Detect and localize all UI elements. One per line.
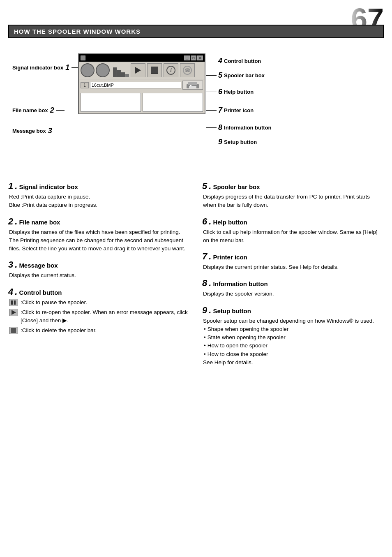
spooler-toolbar-row: i ☎ (79, 62, 205, 79)
arrow-line-5 (206, 75, 217, 76)
item-3-body: Displays the current status. (9, 271, 190, 280)
item-5-body: Displays progress of the data transfer f… (203, 193, 384, 210)
item-4-title: Control button (19, 289, 62, 296)
titlebar-buttons: _ □ ✕ (184, 55, 203, 60)
bullet-2: State when opening the spooler (204, 333, 384, 342)
bullet-4: How to close the spooler (204, 350, 384, 358)
item-2-header: 2. File name box (8, 216, 190, 227)
message-box-left (81, 93, 141, 112)
item-9-bullets: Shape when opening the spooler State whe… (204, 325, 384, 358)
item-3-header: 3. Message box (8, 259, 190, 270)
minimize-btn[interactable]: _ (184, 55, 190, 60)
item-7-num: 7 (202, 252, 207, 261)
label-spooler-bar: 5 Spooler bar box (206, 71, 265, 80)
square-shape (11, 328, 16, 333)
item-7-body: Displays the current printer status. See… (203, 263, 384, 271)
label-message-num: 3 (48, 127, 52, 135)
item-1-title: Signal indicator box (19, 183, 78, 190)
label-filename-num: 2 (50, 106, 54, 115)
spooler-titlebar: _ □ ✕ (79, 54, 205, 62)
titlebar-left (81, 55, 85, 60)
signal-circle-2 (96, 63, 110, 77)
item-5-title: Spooler bar box (213, 183, 260, 190)
item-6-body: Click to call up help information for th… (203, 228, 384, 245)
item-5-block: 5. Spooler bar box Displays progress of … (202, 181, 384, 210)
label-message-text: Message box (12, 128, 46, 134)
label-printer-icon: 7 Printer icon (206, 106, 254, 115)
label-signal-indicator: Signal indicator box 1 (12, 63, 82, 72)
arrow-line-7 (206, 110, 217, 111)
label-6-text: Help button (224, 89, 254, 95)
title-icon (81, 55, 85, 60)
item-5-num: 5 (202, 182, 207, 191)
filename-display: 16cut.BMP (90, 82, 181, 88)
item-2-title: File name box (19, 219, 60, 226)
item-6-title: Help button (213, 219, 247, 226)
right-column: 5. Spooler bar box Displays progress of … (202, 181, 384, 373)
close-btn[interactable]: ✕ (197, 55, 203, 60)
item-8-title: Information button (213, 280, 267, 287)
play-icon (135, 67, 141, 74)
stop-icon (151, 67, 158, 74)
spooler-filename-row: 1 16cut.BMP (79, 79, 205, 91)
item-7-block: 7. Printer icon Displays the current pri… (202, 251, 384, 271)
item-4-block: 4. Control button :Click to pause the sp… (8, 287, 190, 335)
item-6-header: 6. Help button (202, 216, 384, 227)
section-header: HOW THE SPOOLER WINDOW WORKS (8, 25, 384, 38)
sub-item-pause: :Click to pause the spooler. (9, 298, 190, 307)
item-4-num: 4 (8, 287, 13, 296)
header-title: HOW THE SPOOLER WINDOW WORKS (14, 28, 141, 35)
arrow-line-9 (206, 142, 217, 142)
content-section: 1. Signal indicator box Red :Print data … (8, 181, 384, 373)
left-column: 1. Signal indicator box Red :Print data … (8, 181, 190, 373)
item-7-title: Printer icon (213, 254, 247, 261)
sub-delete-text: :Click to delete the spooler bar. (21, 326, 97, 335)
label-8-text: Information button (224, 125, 272, 131)
label-setup: 9 Setup button (206, 138, 257, 146)
item-1-block: 1. Signal indicator box Red :Print data … (8, 181, 190, 210)
control-play-btn[interactable] (131, 63, 145, 77)
printer-icon-box (182, 81, 203, 90)
message-box-right (143, 93, 203, 112)
bullet-1: Shape when opening the spooler (204, 325, 384, 333)
printer-svg (186, 81, 200, 89)
svg-rect-3 (190, 85, 191, 86)
item-3-block: 3. Message box Displays the current stat… (8, 259, 190, 280)
row-number: 1 (81, 82, 89, 88)
item-8-num: 8 (202, 279, 207, 288)
label-filename-text: File name box (12, 107, 48, 113)
item-2-body: Displays the names of the files which ha… (9, 228, 190, 253)
item-8-header: 8. Information button (202, 278, 384, 289)
label-signal-text: Signal indicator box (12, 65, 63, 71)
arrow-line-8 (206, 127, 217, 128)
arrow-line-6 (206, 92, 217, 92)
label-information: 8 Information button (206, 123, 272, 132)
spooler-window-mock: _ □ ✕ (78, 53, 205, 114)
info-btn[interactable]: i (164, 63, 178, 77)
label-signal-num: 1 (65, 63, 69, 72)
sub-play-text: :Click to re-open the spooler. When an e… (21, 308, 190, 325)
item-2-num: 2 (8, 217, 13, 226)
sub-item-play: :Click to re-open the spooler. When an e… (9, 308, 190, 325)
item-6-num: 6 (202, 217, 207, 226)
square-icon-ctrl (9, 327, 18, 334)
sub-pause-text: :Click to pause the spooler. (21, 298, 87, 307)
info-icon: i (166, 66, 175, 75)
label-7-num: 7 (218, 106, 222, 115)
bar-2 (117, 70, 121, 77)
help-btn[interactable]: ☎ (180, 63, 195, 77)
label-9-num: 9 (218, 138, 222, 146)
maximize-btn[interactable]: □ (191, 55, 196, 60)
play-icon-ctrl (9, 309, 18, 316)
label-7-text: Printer icon (224, 107, 254, 113)
item-8-body: Displays the spooler version. (203, 290, 384, 298)
label-9-text: Setup button (224, 139, 257, 145)
label-filename: File name box 2 (12, 106, 82, 115)
item-9-block: 9. Setup button Spooler setup can be cha… (202, 305, 384, 367)
control-stop-btn[interactable] (147, 63, 162, 77)
signal-circle-1 (81, 63, 95, 77)
sub-item-delete: :Click to delete the spooler bar. (9, 326, 190, 335)
item-4-body: :Click to pause the spooler. :Click to r… (9, 298, 190, 335)
bar-4 (125, 74, 129, 77)
item-1-body: Red :Print data capture in pause. Blue :… (9, 193, 190, 210)
